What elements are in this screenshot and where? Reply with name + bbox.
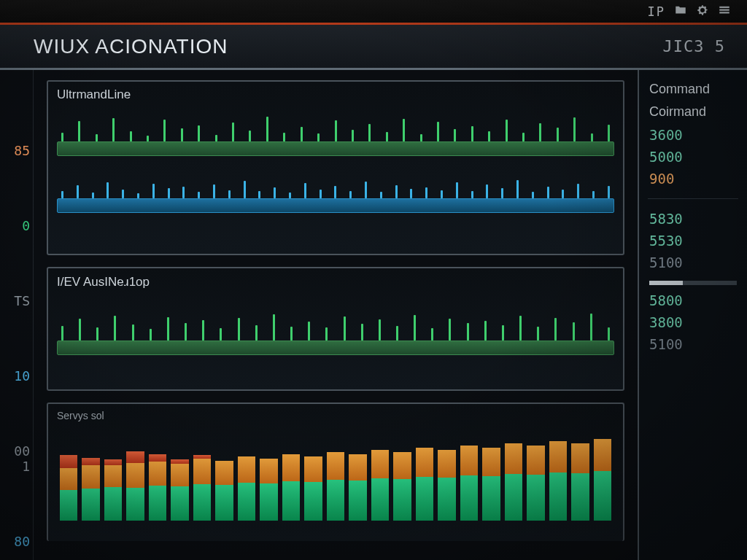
heat-segment-orange: [416, 448, 433, 477]
panel-servys: Servys sol: [47, 402, 624, 541]
tick: [213, 184, 215, 198]
heat-segment-green: [60, 490, 77, 521]
tick: [471, 126, 473, 141]
level-bar: [57, 341, 614, 355]
tick: [320, 190, 322, 198]
meter-strip-green: [57, 300, 614, 355]
heat-segment-orange: [104, 465, 122, 487]
folder-icon[interactable]: [674, 4, 687, 20]
tick: [449, 319, 451, 341]
divider: [648, 198, 738, 199]
tick: [220, 328, 222, 341]
heat-segment-red: [149, 454, 166, 462]
tick: [163, 120, 166, 141]
tick: [122, 190, 124, 198]
meter-strip-green: [57, 108, 614, 156]
heat-column: [527, 426, 544, 521]
sidebar-value: 5000: [649, 149, 737, 165]
heat-column: [282, 426, 300, 521]
tick: [258, 191, 260, 198]
heat-segment-orange: [327, 452, 344, 480]
gutter-tick: 80: [0, 534, 33, 549]
heat-column: [549, 426, 567, 521]
tick: [344, 316, 346, 341]
tick: [290, 327, 293, 341]
heat-column: [304, 426, 322, 521]
tick: [114, 316, 116, 341]
heat-segment-orange: [527, 446, 544, 475]
heat-column: [171, 426, 188, 521]
heat-segment-green: [238, 483, 255, 521]
tick: [532, 192, 534, 198]
heat-segment-orange: [193, 459, 211, 484]
heat-column: [260, 426, 277, 521]
heat-segment-green: [282, 481, 300, 521]
tick: [502, 325, 504, 341]
sidebar-header: Coirmand: [649, 104, 737, 120]
panel-stack: UltrmandLine I/EV AusINeɹ1op Servys sol: [34, 70, 638, 560]
tick: [554, 318, 557, 341]
tick: [112, 118, 115, 141]
panel-subtitle: Servys sol: [57, 410, 614, 421]
gear-icon[interactable]: [696, 4, 709, 20]
tick: [273, 314, 275, 341]
gutter-tick: 10: [0, 368, 33, 384]
tick: [198, 125, 200, 141]
heat-segment-orange: [149, 462, 166, 486]
heat-segment-green: [126, 488, 144, 521]
window-title: WIUX ACIONATION: [34, 35, 228, 58]
tick: [78, 121, 80, 141]
heat-segment-red: [82, 458, 99, 465]
tick: [590, 314, 592, 341]
tick: [96, 327, 98, 341]
sidebar-value: 900: [649, 171, 737, 187]
tick: [255, 325, 258, 341]
tick: [386, 132, 388, 141]
sidebar-value: 3800: [649, 314, 737, 330]
tick: [130, 131, 132, 141]
heat-segment-green: [304, 482, 322, 521]
tick: [431, 328, 433, 341]
sidebar-value: 5100: [649, 336, 737, 352]
tick: [519, 316, 522, 341]
gutter-tick: 85: [0, 143, 33, 158]
tick: [61, 133, 63, 141]
tick: [182, 187, 185, 198]
heat-segment-green: [416, 477, 433, 521]
panel-title: I/EV AusINeɹ1op: [57, 274, 150, 289]
heat-segment-orange: [393, 452, 411, 479]
tick: [456, 182, 458, 198]
heat-segment-orange: [571, 443, 589, 473]
tick: [361, 324, 363, 341]
tick: [215, 135, 217, 141]
tick: [547, 187, 549, 198]
left-gutter: 85 0 TS 10 00 1 80: [0, 70, 34, 560]
tick: [501, 188, 503, 198]
heat-segment-orange: [60, 468, 77, 490]
heat-column: [60, 426, 77, 521]
sidebar-spark: [649, 281, 737, 285]
heat-column: [149, 426, 166, 521]
menu-icon[interactable]: [718, 4, 731, 20]
heat-segment-green: [460, 475, 478, 521]
tick: [249, 131, 251, 141]
tick: [410, 189, 412, 198]
tick: [107, 182, 109, 198]
heat-segment-orange: [82, 465, 99, 489]
heat-segment-green: [549, 472, 567, 521]
heat-segment-orange: [371, 450, 389, 478]
tick: [274, 187, 276, 198]
tick: [484, 321, 487, 341]
tick: [608, 327, 610, 341]
main-layout: 85 0 TS 10 00 1 80 UltrmandLine I/EV Aus…: [0, 70, 747, 560]
tick: [335, 120, 337, 141]
heat-segment-orange: [304, 456, 322, 482]
heat-column: [193, 426, 211, 521]
tick: [61, 191, 63, 198]
heat-segment-green: [505, 474, 522, 521]
tick: [334, 186, 336, 198]
tick: [79, 319, 81, 341]
heat-column: [460, 426, 478, 521]
panel-title: UltrmandLine: [57, 88, 131, 102]
heat-segment-red: [104, 459, 122, 465]
